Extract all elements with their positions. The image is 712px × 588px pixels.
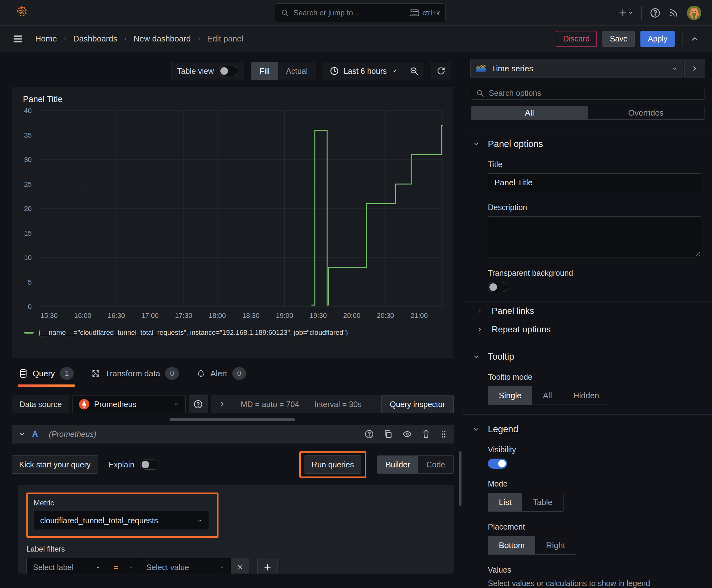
repeat-options-section-header[interactable]: Repeat options — [463, 320, 712, 339]
options-tab-overrides[interactable]: Overrides — [588, 106, 704, 119]
tab-query[interactable]: Query 1 — [19, 367, 74, 387]
legend-series-label[interactable]: {__name__="cloudflared_tunnel_total_requ… — [39, 329, 348, 337]
refresh-button[interactable] — [431, 62, 451, 80]
user-avatar[interactable] — [687, 6, 701, 20]
chevron-down-icon — [128, 564, 133, 570]
run-queries-button[interactable]: Run queries — [304, 456, 361, 474]
query-editor-toolbar: Kick start your query Explain Run querie… — [12, 451, 454, 478]
query-help-icon[interactable] — [365, 429, 374, 439]
help-button[interactable] — [650, 7, 661, 18]
filter-operator-select[interactable]: = — [107, 558, 140, 573]
active-tab-underline — [18, 384, 75, 387]
delete-query-icon[interactable] — [422, 429, 430, 439]
duplicate-query-icon[interactable] — [383, 429, 393, 439]
builder-option[interactable]: Builder — [377, 456, 418, 474]
chevron-down-icon — [95, 564, 101, 570]
new-menu-button[interactable] — [618, 8, 633, 18]
legend-mode-list[interactable]: List — [488, 493, 522, 511]
visualization-picker[interactable]: Time series — [470, 59, 684, 78]
resize-grip-icon[interactable] — [694, 251, 700, 256]
top-nav-actions — [618, 6, 701, 20]
datasource-help-button[interactable] — [189, 395, 208, 413]
grafana-logo-icon[interactable] — [15, 5, 29, 21]
description-label: Description — [488, 203, 701, 212]
collapse-header-button[interactable] — [690, 34, 699, 44]
filter-value-select[interactable]: Select value — [140, 558, 231, 573]
tooltip-mode-hidden[interactable]: Hidden — [563, 386, 610, 404]
tab-transform-count: 0 — [165, 367, 179, 380]
kick-start-button[interactable]: Kick start your query — [12, 456, 98, 474]
svg-text:40: 40 — [24, 107, 32, 114]
query-inspector-button[interactable]: Query inspector — [382, 395, 454, 413]
legend-visibility-toggle[interactable] — [488, 459, 507, 469]
svg-text:19:00: 19:00 — [276, 312, 293, 319]
add-filter-button[interactable] — [257, 558, 278, 573]
panel-title-input[interactable] — [488, 173, 701, 192]
panel-links-section-header[interactable]: Panel links — [463, 301, 712, 320]
query-row-header[interactable]: A (Prometheus) — [12, 425, 454, 443]
legend-mode-table[interactable]: Table — [522, 493, 563, 511]
filter-label-select[interactable]: Select label — [26, 558, 107, 573]
explain-toggle[interactable] — [140, 460, 159, 469]
options-search[interactable] — [471, 87, 705, 100]
svg-text:30: 30 — [24, 156, 32, 164]
collapse-query-icon[interactable] — [18, 430, 26, 438]
svg-text:25: 25 — [24, 180, 32, 188]
remove-filter-button[interactable] — [231, 558, 249, 573]
fill-option[interactable]: Fill — [252, 62, 278, 80]
search-input[interactable] — [294, 8, 405, 17]
breadcrumb-new-dashboard[interactable]: New dashboard — [134, 34, 191, 44]
breadcrumb-dashboards[interactable]: Dashboards — [73, 34, 117, 44]
metric-select[interactable]: cloudflared_tunnel_total_requests — [34, 511, 209, 530]
top-nav: ctrl+k — [0, 0, 712, 26]
code-option[interactable]: Code — [418, 456, 453, 474]
hide-query-icon[interactable] — [402, 429, 412, 439]
actual-option[interactable]: Actual — [278, 62, 316, 80]
tooltip-section-header[interactable]: Tooltip — [463, 342, 712, 362]
main-scrollbar[interactable] — [459, 451, 461, 506]
panel-resize-handle[interactable] — [170, 418, 295, 421]
legend-section-header[interactable]: Legend — [463, 415, 712, 435]
breadcrumb-home[interactable]: Home — [35, 34, 57, 44]
tab-alert[interactable]: Alert 0 — [196, 367, 246, 387]
svg-text:16:30: 16:30 — [108, 312, 125, 319]
mega-menu-toggle[interactable] — [13, 34, 23, 44]
legend-visibility-label: Visibility — [488, 445, 701, 454]
tooltip-mode-all[interactable]: All — [532, 386, 563, 404]
query-datasource-hint: (Prometheus) — [49, 430, 96, 439]
chevron-down-icon — [196, 517, 203, 524]
time-range-picker[interactable]: Last 6 hours — [323, 66, 404, 76]
timeseries-chart[interactable]: 051015202530354015:3016:0016:3017:0017:3… — [19, 105, 447, 325]
chevron-down-icon — [473, 141, 480, 147]
datasource-label: Data source — [12, 395, 69, 413]
tooltip-mode-single[interactable]: Single — [488, 386, 532, 404]
legend-placement-bottom[interactable]: Bottom — [488, 536, 535, 554]
panel[interactable]: Panel Title 051015202530354015:3016:0016… — [12, 87, 453, 358]
news-rss-button[interactable] — [669, 8, 679, 18]
annotation-highlight-run-queries: Run queries — [299, 451, 367, 478]
time-range-label: Last 6 hours — [343, 67, 387, 76]
options-search-input[interactable] — [489, 89, 699, 98]
collapse-options-button[interactable] — [684, 59, 705, 78]
query-row-actions — [365, 429, 447, 439]
legend-placement-right[interactable]: Right — [535, 536, 576, 554]
search-bar[interactable]: ctrl+k — [275, 3, 446, 22]
panel-description-textarea[interactable] — [488, 216, 701, 258]
zoom-out-button[interactable] — [404, 62, 424, 80]
tab-transform[interactable]: Transform data 0 — [91, 367, 179, 387]
chevron-down-icon — [671, 65, 678, 72]
panel-options-section-header[interactable]: Panel options — [463, 129, 712, 149]
apply-button[interactable]: Apply — [641, 31, 675, 47]
datasource-picker[interactable]: Prometheus — [72, 395, 186, 413]
svg-text:35: 35 — [24, 131, 32, 139]
discard-button[interactable]: Discard — [556, 31, 597, 47]
save-button[interactable]: Save — [602, 31, 635, 47]
legend-placement-field: Placement Bottom Right — [463, 512, 712, 555]
transparent-background-toggle[interactable] — [488, 282, 507, 292]
expand-options-icon[interactable] — [219, 401, 226, 408]
drag-handle-icon[interactable] — [440, 429, 447, 439]
query-ref-id: A — [32, 429, 38, 439]
options-tab-all[interactable]: All — [471, 106, 588, 119]
svg-text:16:00: 16:00 — [74, 312, 91, 319]
table-view-toggle[interactable] — [219, 66, 238, 76]
